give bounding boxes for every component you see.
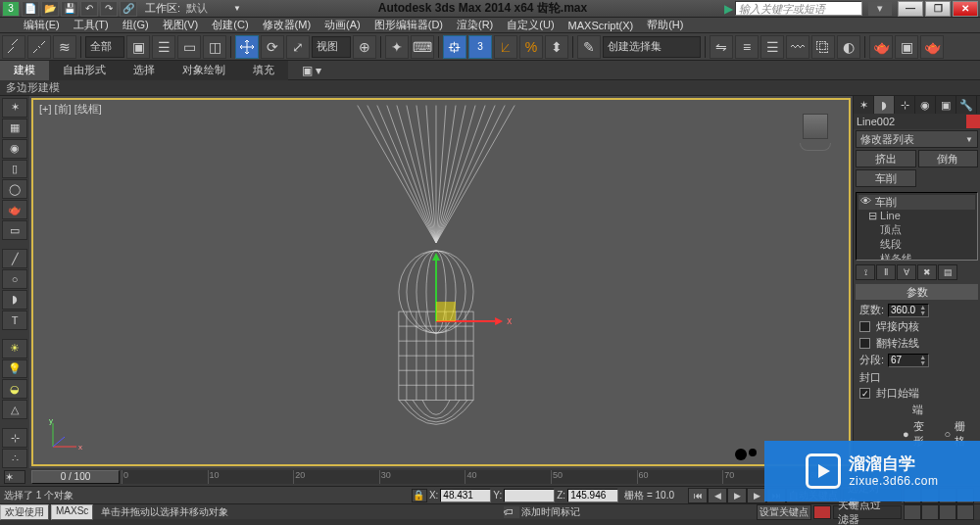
tab-modeling[interactable]: 建模 [0, 61, 49, 80]
material-editor-icon[interactable]: ◐ [837, 35, 860, 59]
tab-freeform[interactable]: 自由形式 [49, 61, 120, 80]
viewport-label[interactable]: [+] [前] [线框] [39, 102, 102, 117]
select-move-icon[interactable] [235, 35, 259, 59]
modifier-stack[interactable]: 👁车削 ⊟ Line 顶点 线段 样条线 [856, 192, 978, 261]
hierarchy-panel-tab-icon[interactable]: ⊹ [895, 96, 915, 114]
torus-icon[interactable]: ◯ [2, 179, 27, 199]
add-time-tag[interactable]: 添加时间标记 [521, 505, 580, 519]
arc-shape-icon[interactable]: ◗ [2, 290, 27, 310]
layers-icon[interactable]: ☰ [760, 35, 784, 59]
selection-filter-dropdown[interactable]: 全部 [85, 36, 124, 58]
sphere-icon[interactable]: ◉ [2, 139, 27, 159]
cone-icon[interactable]: △ [2, 400, 27, 419]
text-shape-icon[interactable]: T [2, 310, 27, 330]
segments-spinner[interactable]: 67▲▼ [888, 354, 929, 367]
create-tab-icon[interactable]: ✶ [2, 98, 27, 118]
extrude-button[interactable]: 挤出 [856, 150, 916, 167]
make-unique-icon[interactable]: ∀ [897, 264, 916, 280]
modify-panel-tab-icon[interactable]: ◗ [874, 96, 895, 114]
degrees-spinner[interactable]: 360.0▲▼ [888, 304, 929, 317]
key-filters-button[interactable]: 关键点过滤器 [833, 505, 902, 519]
cap-start-checkbox[interactable]: ✓ [859, 388, 870, 399]
stack-sub-segment[interactable]: 线段 [858, 237, 975, 252]
welcome-tab[interactable]: 欢迎使用 [0, 504, 49, 520]
save-icon[interactable]: 💾 [61, 1, 78, 17]
render-prod-icon[interactable]: 🫖 [920, 35, 944, 59]
setkey-button[interactable]: 设置关键点 [757, 504, 811, 520]
fov-icon[interactable] [939, 504, 956, 520]
transform-z-input[interactable] [567, 489, 618, 502]
menu-edit[interactable]: 编辑(E) [18, 18, 66, 32]
viewport-front[interactable]: [+] [前] [线框] [31, 98, 851, 466]
menu-help[interactable]: 帮助(H) [641, 18, 689, 32]
tab-selection[interactable]: 选择 [120, 61, 169, 80]
light-spot-icon[interactable]: 💡 [2, 359, 27, 379]
plane-icon[interactable]: ▭ [2, 220, 27, 240]
transform-y-input[interactable] [504, 489, 555, 502]
snap-2d-icon[interactable]: ⯐ [443, 35, 466, 59]
time-slider[interactable]: 0 / 100 [31, 470, 120, 484]
zoom-all-icon[interactable] [921, 504, 939, 520]
utilities-panel-tab-icon[interactable]: 🔧 [956, 96, 977, 114]
transform-x-input[interactable] [440, 489, 491, 502]
tab-populate[interactable]: 填充 [239, 61, 288, 80]
menu-group[interactable]: 组(G) [117, 18, 155, 32]
weld-core-checkbox[interactable] [859, 321, 870, 332]
menu-grapheditors[interactable]: 图形编辑器(D) [368, 18, 449, 32]
motion-panel-tab-icon[interactable]: ◉ [915, 96, 936, 114]
object-color-swatch[interactable] [966, 115, 980, 128]
select-name-icon[interactable]: ☰ [152, 35, 175, 59]
time-tag-icon[interactable]: 🏷 [504, 506, 519, 518]
workspace-selector[interactable]: 工作区: 默认 ▼ [145, 1, 241, 16]
render-setup-icon[interactable]: 🫖 [869, 35, 893, 59]
circle-shape-icon[interactable]: ○ [2, 269, 27, 289]
app-icon[interactable]: 3 [2, 1, 20, 17]
ribbon-panel-label[interactable]: 多边形建模 [0, 80, 980, 96]
new-icon[interactable]: 📄 [22, 1, 39, 17]
select-manipulate-icon[interactable]: ✦ [385, 35, 409, 59]
create-panel-tab-icon[interactable]: ✶ [854, 96, 874, 114]
bind-spacewarp-icon[interactable]: ≋ [53, 35, 76, 59]
mirror-icon[interactable]: ⇋ [710, 35, 733, 59]
maximize-button[interactable]: ❐ [925, 1, 951, 17]
box-icon[interactable]: ▦ [2, 119, 27, 138]
remove-modifier-icon[interactable]: ✖ [917, 264, 937, 280]
infocenter-arrow-icon[interactable]: ▶ [724, 2, 733, 16]
viewcube[interactable] [796, 114, 835, 153]
menu-tools[interactable]: 工具(T) [68, 18, 115, 32]
redo-icon[interactable]: ↷ [100, 1, 118, 17]
pin-stack-icon[interactable]: ⟟ [856, 264, 875, 280]
prev-frame-icon[interactable]: ◀ [708, 488, 727, 503]
next-frame-icon[interactable]: ▶ [747, 488, 766, 503]
select-object-icon[interactable]: ▣ [126, 35, 150, 59]
stack-base[interactable]: ⊟ Line [858, 210, 975, 222]
flip-normals-checkbox[interactable] [859, 338, 870, 349]
unlink-icon[interactable] [27, 35, 51, 59]
key-mode-icon[interactable] [813, 505, 831, 519]
light-direct-icon[interactable]: ◒ [2, 379, 27, 399]
align-icon[interactable]: ≡ [735, 35, 759, 59]
select-link-icon[interactable] [2, 35, 25, 59]
help-dropdown[interactable]: ▾ [868, 2, 892, 16]
params-rollout-header[interactable]: 参数 [856, 284, 978, 300]
window-crossing-icon[interactable]: ◫ [203, 35, 226, 59]
stack-sub-vertex[interactable]: 顶点 [858, 222, 975, 237]
modifier-list-dropdown[interactable]: 修改器列表 [856, 130, 978, 148]
zoom-extents-icon[interactable] [956, 504, 974, 520]
display-panel-tab-icon[interactable]: ▣ [936, 96, 956, 114]
schematic-icon[interactable]: ⿻ [811, 35, 835, 59]
lathe-button[interactable]: 车削 [856, 169, 916, 187]
chamfer-button[interactable]: 倒角 [918, 150, 979, 167]
keyboard-shortcut-icon[interactable]: ⌨ [411, 35, 434, 59]
tab-objectpaint[interactable]: 对象绘制 [169, 61, 239, 80]
select-rect-icon[interactable]: ▭ [177, 35, 201, 59]
lock-selection-icon[interactable]: 🔒 [412, 489, 427, 502]
edit-named-sel-icon[interactable]: ✎ [577, 35, 601, 59]
zoom-icon[interactable] [904, 504, 921, 520]
percent-snap-icon[interactable]: % [519, 35, 543, 59]
helpers-icon[interactable]: ⊹ [2, 428, 27, 448]
select-rotate-icon[interactable]: ⟳ [261, 35, 284, 59]
play-icon[interactable]: ▶ [727, 488, 747, 503]
light-omni-icon[interactable]: ☀ [2, 339, 27, 358]
teapot-icon[interactable]: 🫖 [2, 200, 27, 219]
